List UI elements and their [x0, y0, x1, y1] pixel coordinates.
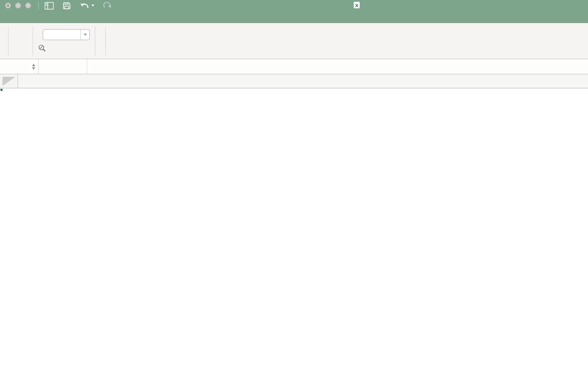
titlebar: X [0, 0, 588, 11]
ribbon-divider [8, 27, 9, 56]
close-button[interactable] [5, 3, 11, 9]
formula-input[interactable] [87, 59, 588, 74]
zoom-to-100-button[interactable] [38, 44, 50, 54]
column-headers [0, 74, 588, 88]
sidebar-icon[interactable] [45, 2, 54, 10]
fill-handle[interactable] [0, 88, 3, 91]
window-title-group: X [353, 0, 363, 11]
undo-icon[interactable] [80, 2, 94, 9]
name-box-stepper[interactable] [32, 64, 35, 70]
svg-text:X: X [355, 2, 359, 8]
formula-bar-divider [38, 59, 39, 74]
titlebar-divider [38, 2, 39, 10]
ribbon-tab-bar [0, 11, 588, 23]
zoom-button[interactable] [25, 3, 31, 9]
magnifier-icon [38, 44, 46, 54]
zoom-level-select[interactable] [43, 29, 90, 40]
minimize-button[interactable] [15, 3, 21, 9]
excel-document-icon: X [353, 2, 360, 10]
zoom-dropdown-icon[interactable] [80, 30, 89, 40]
redo-icon[interactable] [103, 2, 112, 9]
ribbon-divider [33, 27, 33, 56]
undo-dropdown-icon[interactable] [91, 5, 94, 7]
ribbon [0, 23, 588, 59]
window-controls [5, 3, 31, 9]
spreadsheet [0, 74, 588, 379]
selected-cell-outline[interactable] [0, 88, 2, 90]
ribbon-divider [105, 27, 106, 56]
formula-bar-row [0, 59, 588, 74]
ribbon-divider [95, 27, 95, 56]
save-icon[interactable] [63, 2, 71, 10]
select-all-corner[interactable] [0, 74, 18, 88]
zoom-group [38, 29, 90, 54]
